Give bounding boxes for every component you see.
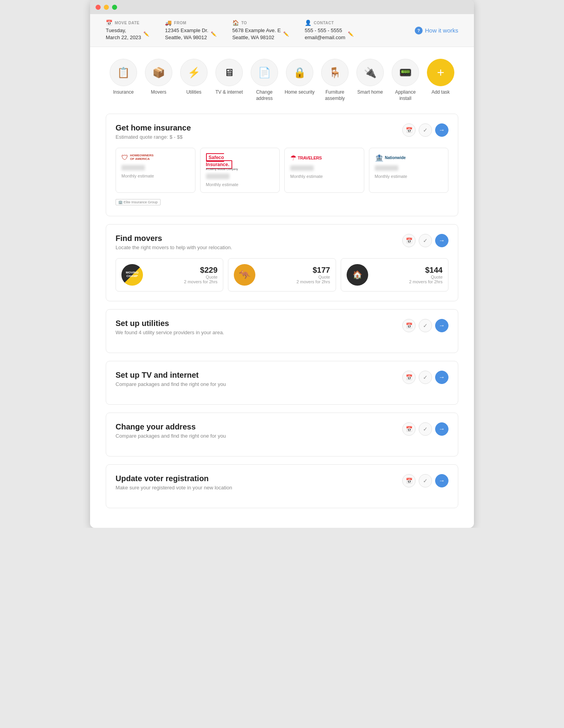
to-edit[interactable]: ✏️ — [283, 31, 289, 37]
provider-homeowners[interactable]: 🛡 HOMEOWNERSOF AMERICA Monthly estimate — [116, 148, 195, 193]
homeowners-text: HOMEOWNERSOF AMERICA — [130, 154, 154, 161]
task-icon-furniture-assembly[interactable]: 🪑 Furniture assembly — [319, 59, 351, 101]
voter-check-btn[interactable]: ✓ — [419, 474, 432, 487]
task-icon-insurance[interactable]: 📋 Insurance — [108, 59, 139, 101]
tv-icon-circle: 🖥 — [215, 59, 243, 86]
movers-calendar-btn[interactable]: 📅 — [402, 234, 416, 247]
kangaroo-detail: 2 movers for 2hrs — [260, 279, 330, 284]
mover-kangaroo[interactable]: 🦘 $177 Quote 2 movers for 2hrs — [228, 258, 336, 292]
task-icon-smart-home[interactable]: 🔌 Smart home — [354, 59, 386, 101]
movers-icon-circle: 📦 — [145, 59, 172, 86]
tv-arrow-btn[interactable]: → — [435, 371, 448, 384]
provider-nationwide[interactable]: 🏦 Nationwide Monthly estimate — [369, 148, 449, 193]
homeowners-price — [121, 165, 145, 170]
change-address-check-btn[interactable]: ✓ — [419, 422, 432, 436]
how-it-works-icon: ? — [415, 27, 423, 34]
mover-other[interactable]: 🏠 $144 Quote 2 movers for 2hrs — [341, 258, 448, 292]
other-mover-logo: 🏠 — [347, 264, 368, 286]
close-button[interactable] — [96, 5, 101, 10]
voter-card-header: Update voter registration Make sure your… — [116, 474, 448, 491]
from-edit[interactable]: ✏️ — [211, 31, 217, 37]
header-to: 🏠 TO 5678 Example Ave. ESeattle, WA 9810… — [232, 20, 289, 41]
tv-card-header: Set up TV and internet Compare packages … — [116, 371, 448, 387]
tv-check-btn[interactable]: ✓ — [419, 371, 432, 384]
kangaroo-price: $177 — [260, 266, 330, 275]
insurance-arrow-btn[interactable]: → — [435, 123, 448, 137]
furniture-icon-circle: 🪑 — [321, 59, 349, 86]
mover-moving-champ[interactable]: MOVINGCHAMP $229 Quote 2 movers for 2hrs — [116, 258, 223, 292]
moving-champ-info: $229 Quote 2 movers for 2hrs — [148, 266, 217, 284]
change-address-arrow-btn[interactable]: → — [435, 422, 448, 436]
utilities-card-title: Set up utilities — [116, 319, 224, 328]
header: 📅 MOVE DATE Tuesday,March 22, 2023 ✏️ 🚚 … — [90, 14, 474, 47]
home-security-icon-label: Home security — [285, 89, 315, 96]
movers-arrow-btn[interactable]: → — [435, 234, 448, 247]
move-date-label: MOVE DATE — [115, 21, 139, 25]
change-address-actions: 📅 ✓ → — [402, 422, 448, 436]
person-icon: 👤 — [305, 20, 311, 26]
safeco-logo: SafecoInsurance. A Liberty Mutual Compan… — [206, 154, 238, 170]
change-address-calendar-btn[interactable]: 📅 — [402, 422, 416, 436]
voter-arrow-btn[interactable]: → — [435, 474, 448, 487]
other-mover-info: $144 Quote 2 movers for 2hrs — [373, 266, 443, 284]
insurance-calendar-btn[interactable]: 📅 — [402, 123, 416, 137]
safeco-price-label: Monthly estimate — [206, 182, 239, 187]
change-address-card: Change your address Compare packages and… — [106, 413, 458, 456]
insurance-icon-label: Insurance — [113, 89, 134, 96]
provider-travelers[interactable]: ☂ TRAVELERS Monthly estimate — [284, 148, 364, 193]
move-date-value: Tuesday,March 22, 2023 — [106, 27, 141, 41]
voter-calendar-btn[interactable]: 📅 — [402, 474, 416, 487]
from-value: 12345 Example Dr.Seattle, WA 98012 — [165, 27, 208, 41]
movers-check-btn[interactable]: ✓ — [419, 234, 432, 247]
task-icon-utilities[interactable]: ⚡ Utilities — [178, 59, 210, 101]
provider-safeco[interactable]: SafecoInsurance. A Liberty Mutual Compan… — [200, 148, 280, 193]
tv-calendar-btn[interactable]: 📅 — [402, 371, 416, 384]
insurance-card: Get home insurance Estimated quote range… — [106, 114, 458, 216]
contact-value: 555 - 555 - 5555email@email.com — [305, 27, 345, 41]
travelers-umbrella-icon: ☂ — [290, 154, 296, 162]
minimize-button[interactable] — [104, 5, 109, 10]
utilities-calendar-btn[interactable]: 📅 — [402, 319, 416, 332]
utilities-arrow-btn[interactable]: → — [435, 319, 448, 332]
travelers-text: TRAVELERS — [298, 156, 322, 160]
change-address-subtitle: Compare packages and find the right one … — [116, 433, 226, 439]
change-address-icon-label: Change address — [249, 89, 280, 101]
insurance-card-title: Get home insurance — [116, 123, 191, 132]
how-it-works-link[interactable]: ? How it works — [415, 27, 458, 34]
calendar-icon: 📅 — [106, 20, 112, 26]
nationwide-price-label: Monthly estimate — [375, 174, 407, 179]
safeco-text: SafecoInsurance. — [206, 153, 232, 169]
utilities-icon-label: Utilities — [186, 89, 202, 96]
voter-registration-card: Update voter registration Make sure your… — [106, 464, 458, 508]
task-icon-tv-internet[interactable]: 🖥 TV & internet — [213, 59, 245, 101]
task-icon-appliance-install[interactable]: 📟 Appliance install — [390, 59, 421, 101]
task-icon-change-address[interactable]: 📄 Change address — [249, 59, 280, 101]
utilities-check-btn[interactable]: ✓ — [419, 319, 432, 332]
task-icon-home-security[interactable]: 🔒 Home security — [284, 59, 315, 101]
tv-card-actions: 📅 ✓ → — [402, 371, 448, 384]
add-task-icon-label: Add task — [432, 89, 450, 96]
change-address-header: Change your address Compare packages and… — [116, 422, 448, 439]
insurance-card-header: Get home insurance Estimated quote range… — [116, 123, 448, 140]
contact-edit[interactable]: ✏️ — [348, 31, 354, 37]
how-it-works-label: How it works — [425, 27, 458, 34]
voter-card-subtitle: Make sure your registered vote in your n… — [116, 485, 232, 491]
other-mover-detail: 2 movers for 2hrs — [373, 279, 443, 284]
task-icon-add-task[interactable]: + Add task — [425, 59, 456, 101]
kangaroo-logo: 🦘 — [234, 264, 255, 286]
safeco-sub-text: A Liberty Mutual Company — [206, 168, 238, 170]
kangaroo-type: Quote — [260, 275, 330, 279]
other-mover-price: $144 — [373, 266, 443, 275]
homeowners-price-label: Monthly estimate — [121, 174, 154, 178]
task-icon-movers[interactable]: 📦 Movers — [143, 59, 174, 101]
insurance-check-btn[interactable]: ✓ — [419, 123, 432, 137]
movers-card-subtitle: Locate the right movers to help with you… — [116, 244, 232, 250]
move-date-edit[interactable]: ✏️ — [143, 31, 149, 37]
moving-champ-price: $229 — [148, 266, 217, 275]
providers-grid: 🛡 HOMEOWNERSOF AMERICA Monthly estimate … — [116, 148, 448, 193]
maximize-button[interactable] — [112, 5, 117, 10]
smart-home-icon-circle: 🔌 — [356, 59, 384, 86]
change-address-title: Change your address — [116, 422, 226, 431]
furniture-icon-label: Furniture assembly — [319, 89, 351, 101]
main-content: 📋 Insurance 📦 Movers ⚡ Utilities 🖥 TV & … — [90, 47, 474, 527]
